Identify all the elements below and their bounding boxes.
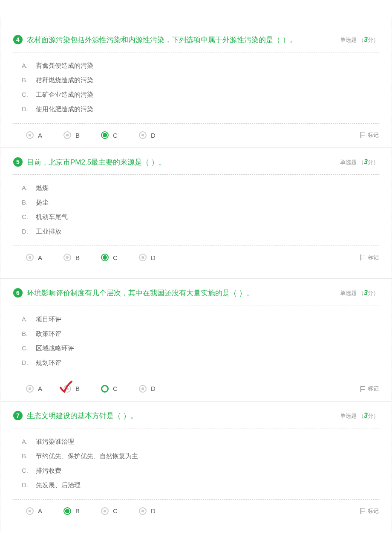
option-text: 区域战略环评	[36, 344, 74, 353]
question-type-label: 单选题	[340, 159, 357, 165]
radio-option-b[interactable]: B	[63, 507, 80, 515]
question-header: 4农村面源污染包括外源性污染和内源性污染，下列选项中属于外源性污染的是（ ）。单…	[13, 34, 379, 52]
question-block: 7生态文明建设的基本方针是（ ）。单选题 （3分）A.谁污染谁治理B.节约优先、…	[0, 402, 392, 523]
answer-row: ABCD标记	[13, 246, 379, 270]
option-row: D.规划环评	[22, 356, 379, 370]
question-type-label: 单选题	[340, 413, 357, 419]
radio-icon[interactable]	[139, 131, 147, 139]
radio-icon[interactable]	[101, 131, 109, 139]
option-letter: C.	[22, 467, 29, 475]
question-header: 5目前，北京市PM2.5最主要的来源是（ ）。单选题 （3分）	[13, 156, 379, 175]
radio-option-b[interactable]: B	[63, 131, 80, 139]
radio-option-a[interactable]: A	[26, 385, 42, 393]
radio-icon[interactable]	[63, 385, 71, 393]
question-meta: 单选题 （3分）	[340, 158, 379, 166]
radio-option-a[interactable]: A	[26, 507, 42, 515]
radio-icon[interactable]	[26, 385, 34, 393]
radio-label: D	[151, 132, 156, 139]
radio-icon[interactable]	[139, 385, 147, 393]
radio-option-d[interactable]: D	[139, 385, 156, 393]
score-suffix: 分）	[368, 290, 379, 296]
option-list: A.燃煤B.扬尘C.机动车尾气D.工业排放	[13, 175, 379, 246]
option-text: 畜禽粪便造成的污染	[36, 62, 93, 70]
mark-flag[interactable]: 标记	[360, 507, 379, 515]
option-text: 排污收费	[36, 467, 61, 475]
flag-icon	[360, 508, 366, 514]
option-letter: C.	[22, 213, 29, 222]
radio-option-a[interactable]: A	[26, 131, 42, 139]
question-type-label: 单选题	[340, 290, 357, 296]
radio-icon[interactable]	[63, 507, 71, 515]
question-meta: 单选题 （3分）	[340, 289, 379, 297]
mark-flag[interactable]: 标记	[360, 385, 379, 393]
question-text: 农村面源污染包括外源性污染和内源性污染，下列选项中属于外源性污染的是（ ）。	[27, 34, 336, 46]
radio-option-b[interactable]: B	[63, 254, 80, 261]
score-prefix: （	[358, 37, 364, 43]
option-row: C.机动车尾气	[22, 210, 379, 225]
option-text: 项目环评	[36, 315, 61, 324]
option-text: 政策环评	[36, 330, 61, 338]
radio-option-d[interactable]: D	[139, 254, 156, 261]
option-row: A.项目环评	[22, 312, 379, 327]
radio-option-b[interactable]: B	[63, 385, 80, 393]
radio-icon[interactable]	[63, 254, 71, 261]
option-row: D.使用化肥造成的污染	[22, 102, 379, 117]
radio-icon[interactable]	[26, 131, 34, 139]
option-letter: D.	[22, 105, 29, 114]
radio-icon[interactable]	[101, 254, 109, 261]
radio-label: D	[151, 507, 156, 515]
option-letter: D.	[22, 228, 29, 236]
option-text: 工矿企业造成的污染	[36, 91, 93, 99]
option-text: 节约优先、保护优先、自然恢复为主	[36, 452, 138, 461]
radio-icon[interactable]	[26, 254, 34, 261]
option-row: C.工矿企业造成的污染	[22, 88, 379, 102]
question-text: 目前，北京市PM2.5最主要的来源是（ ）。	[27, 156, 336, 168]
answer-row: ABCD标记	[13, 499, 379, 523]
option-text: 工业排放	[36, 228, 61, 236]
radio-icon[interactable]	[139, 507, 147, 515]
option-list: A.畜禽粪便造成的污染B.秸秆燃烧造成的污染C.工矿企业造成的污染D.使用化肥造…	[13, 52, 379, 123]
option-row: C.区域战略环评	[22, 341, 379, 356]
question-block: 5目前，北京市PM2.5最主要的来源是（ ）。单选题 （3分）A.燃煤B.扬尘C…	[0, 148, 392, 270]
radio-option-a[interactable]: A	[26, 254, 42, 261]
radio-label: A	[38, 507, 42, 515]
radio-option-c[interactable]: C	[101, 131, 118, 139]
option-letter: C.	[22, 344, 29, 353]
question-header: 6环境影响评价制度有几个层次，其中在我国还没有大量实施的是（ ）。单选题 （3分…	[13, 287, 379, 306]
question-number-badge: 6	[13, 288, 23, 298]
radio-option-d[interactable]: D	[139, 507, 156, 515]
option-letter: C.	[22, 91, 29, 99]
option-letter: B.	[22, 452, 29, 461]
option-letter: B.	[22, 199, 29, 207]
radio-label: D	[151, 385, 156, 392]
radio-label: B	[75, 254, 80, 261]
radio-label: A	[38, 254, 42, 261]
radio-label: B	[75, 385, 80, 392]
option-list: A.谁污染谁治理B.节约优先、保护优先、自然恢复为主C.排污收费D.先发展、后治…	[13, 428, 379, 499]
score-suffix: 分）	[368, 413, 379, 419]
option-row: B.政策环评	[22, 327, 379, 341]
radio-option-d[interactable]: D	[139, 131, 156, 139]
radio-label: B	[75, 507, 80, 515]
radio-option-c[interactable]: C	[101, 385, 118, 393]
radio-icon[interactable]	[101, 507, 109, 515]
score-suffix: 分）	[368, 159, 379, 165]
option-letter: A.	[22, 62, 29, 70]
mark-flag[interactable]: 标记	[360, 254, 379, 261]
option-letter: A.	[22, 438, 29, 446]
question-header: 7生态文明建设的基本方针是（ ）。单选题 （3分）	[13, 410, 379, 428]
radio-option-c[interactable]: C	[101, 507, 118, 515]
option-row: A.谁污染谁治理	[22, 435, 379, 449]
radio-icon[interactable]	[63, 131, 71, 139]
question-text: 生态文明建设的基本方针是（ ）。	[27, 410, 336, 422]
radio-icon[interactable]	[139, 254, 147, 261]
radio-option-c[interactable]: C	[101, 254, 118, 261]
radio-icon[interactable]	[101, 385, 109, 393]
question-meta: 单选题 （3分）	[340, 412, 379, 420]
option-letter: A.	[22, 315, 29, 324]
radio-icon[interactable]	[26, 507, 34, 515]
mark-label: 标记	[368, 507, 379, 515]
option-letter: D.	[22, 481, 29, 490]
mark-flag[interactable]: 标记	[360, 131, 379, 139]
score-suffix: 分）	[368, 37, 379, 43]
